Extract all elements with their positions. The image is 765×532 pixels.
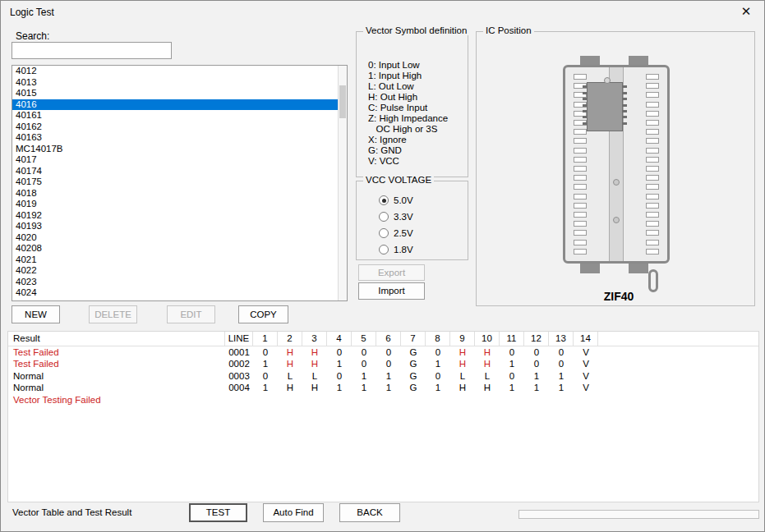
list-item-40208[interactable]: 40208 <box>12 243 338 255</box>
chip-notch-dot <box>604 77 611 84</box>
pin-slot <box>574 157 587 163</box>
radio-option-3.3V[interactable]: 3.3V <box>379 209 413 225</box>
table-header-cell[interactable]: 13 <box>549 332 574 346</box>
list-scrollbar[interactable] <box>338 66 347 300</box>
vector-cell: 0 <box>426 370 450 382</box>
vector-cell: G <box>401 346 426 358</box>
vector-cell: 0 <box>352 358 376 369</box>
list-item-4018[interactable]: 4018 <box>12 188 338 200</box>
table-header-cell[interactable]: 10 <box>475 332 500 346</box>
list-scrollbar-thumb[interactable] <box>339 85 346 118</box>
close-icon[interactable]: ✕ <box>739 4 753 19</box>
pin-slot <box>646 203 659 209</box>
list-item-40162[interactable]: 40162 <box>12 122 338 133</box>
back-button[interactable]: BACK <box>339 503 400 522</box>
result-cell: Normal <box>8 382 225 393</box>
list-item-4017[interactable]: 4017 <box>12 154 338 166</box>
vector-symbol-line: 0: Input Low <box>368 60 448 71</box>
table-header-cell[interactable]: Result <box>8 332 225 346</box>
line-cell: 0002 <box>225 358 253 369</box>
vector-cell: 1 <box>426 382 450 393</box>
radio-option-2.5V[interactable]: 2.5V <box>379 225 413 241</box>
list-item-4020[interactable]: 4020 <box>12 232 338 244</box>
table-header-cell[interactable]: 9 <box>450 332 475 346</box>
table-row[interactable]: Vector Testing Failed <box>8 394 758 406</box>
table-header-cell[interactable]: 6 <box>376 332 401 346</box>
table-row[interactable]: Normal00030LL011G0LL011V <box>8 370 758 382</box>
list-item-40175[interactable]: 40175 <box>12 177 338 188</box>
pin-slot <box>646 83 659 89</box>
pin-slot <box>646 102 659 108</box>
import-button[interactable]: Import <box>358 282 425 300</box>
edit-button[interactable]: EDIT <box>167 305 215 323</box>
table-header-cell[interactable]: 1 <box>253 332 278 346</box>
list-item-40163[interactable]: 40163 <box>12 132 338 144</box>
radio-option-1.8V[interactable]: 1.8V <box>379 241 413 258</box>
vector-cell: 1 <box>327 358 352 369</box>
list-item-4021[interactable]: 4021 <box>12 255 338 266</box>
list-item-4023[interactable]: 4023 <box>12 277 338 288</box>
auto-find-button[interactable]: Auto Find <box>263 503 324 522</box>
vector-cell: 1 <box>426 358 450 369</box>
pin-slot <box>574 166 587 172</box>
vector-cell: V <box>574 346 598 358</box>
table-header-cell[interactable]: 2 <box>278 332 302 346</box>
list-item-4025[interactable]: 4025 <box>12 299 338 301</box>
list-item-4024[interactable]: 4024 <box>12 287 338 299</box>
vector-symbol-group-title: Vector Symbol definition <box>363 25 469 35</box>
table-row[interactable]: Test Failed00010HH000G0HH000V <box>8 346 758 358</box>
pin-slot <box>646 221 659 227</box>
ic-listbox[interactable]: 4012401340154016401614016240163MC14017B4… <box>12 65 348 301</box>
table-row[interactable]: Normal00041HH111G1HH111V <box>8 382 758 393</box>
table-header-cell[interactable]: 3 <box>302 332 327 346</box>
table-header-cell[interactable]: 5 <box>352 332 376 346</box>
table-header-cell[interactable]: 11 <box>500 332 524 346</box>
pin-slot <box>574 175 587 181</box>
list-item-4012[interactable]: 4012 <box>12 66 338 77</box>
list-item-40193[interactable]: 40193 <box>12 221 338 232</box>
list-item-40192[interactable]: 40192 <box>12 210 338 222</box>
list-item-4019[interactable]: 4019 <box>12 199 338 210</box>
vector-cell: H <box>475 346 500 358</box>
vcc-voltage-options: 5.0V3.3V2.5V1.8V <box>379 192 413 258</box>
search-input[interactable] <box>12 42 172 59</box>
test-button[interactable]: TEST <box>189 503 247 522</box>
result-cell: Test Failed <box>8 358 225 369</box>
line-cell: 0001 <box>225 346 253 358</box>
new-button[interactable]: NEW <box>12 305 60 323</box>
vector-cell: 0 <box>500 346 524 358</box>
vector-result-table: ResultLINE1234567891011121314 Test Faile… <box>7 331 759 502</box>
list-item-MC14017B[interactable]: MC14017B <box>12 144 338 155</box>
list-item-4015[interactable]: 4015 <box>12 88 338 99</box>
vector-cell: H <box>450 358 475 369</box>
list-item-4016[interactable]: 4016 <box>12 99 338 111</box>
status-text: Vector Table and Test Result <box>12 507 131 517</box>
table-body: Test Failed00010HH000G0HH000VTest Failed… <box>8 346 758 406</box>
vector-cell: V <box>574 358 598 369</box>
pin-slot <box>574 129 587 135</box>
export-button[interactable]: Export <box>358 264 425 281</box>
channel-screw-dot-lower <box>613 217 620 223</box>
list-item-4013[interactable]: 4013 <box>12 77 338 89</box>
pin-slot <box>646 120 659 126</box>
table-row[interactable]: Test Failed00021HH100G1HH100V <box>8 358 758 369</box>
list-item-40161[interactable]: 40161 <box>12 110 338 122</box>
radio-option-5.0V[interactable]: 5.0V <box>379 192 413 209</box>
logic-test-dialog: Logic Test ✕ Search: 4012401340154016401… <box>0 0 765 532</box>
table-header-cell[interactable]: LINE <box>225 332 253 346</box>
table-header-cell[interactable]: 7 <box>401 332 426 346</box>
table-header-cell[interactable]: 8 <box>426 332 450 346</box>
table-header-cell[interactable]: 12 <box>524 332 549 346</box>
list-item-4022[interactable]: 4022 <box>12 265 338 277</box>
vector-cell: H <box>450 346 475 358</box>
list-item-40174[interactable]: 40174 <box>12 166 338 177</box>
vector-cell: 0 <box>352 346 376 358</box>
pin-slot <box>574 203 587 209</box>
pin-slot <box>574 221 587 227</box>
table-header-cell[interactable]: 14 <box>574 332 598 346</box>
radio-icon <box>379 228 389 238</box>
delete-button[interactable]: DELETE <box>89 305 137 323</box>
vector-cell: 0 <box>549 358 574 369</box>
table-header-cell[interactable]: 4 <box>327 332 352 346</box>
copy-button[interactable]: COPY <box>238 305 288 323</box>
